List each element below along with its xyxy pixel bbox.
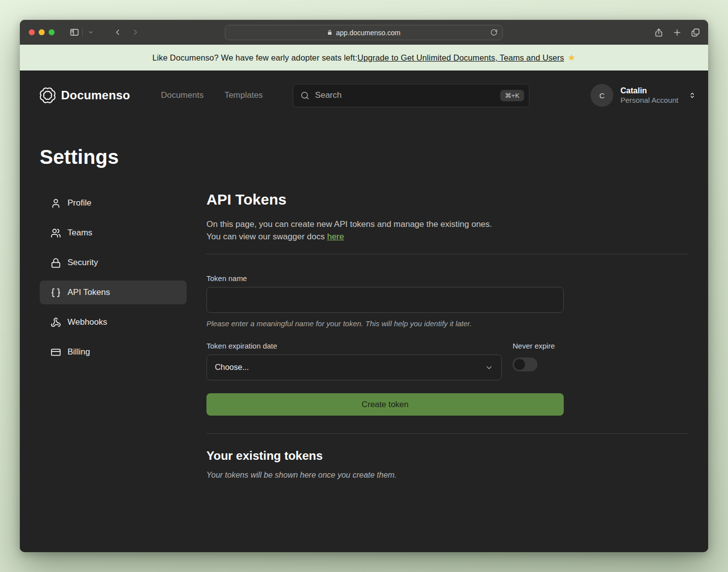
main-nav: Documents Templates <box>161 90 263 100</box>
api-tokens-panel: API Tokens On this page, you can create … <box>206 191 688 552</box>
browser-window: app.documenso.com <box>20 20 708 552</box>
sidebar-item-label: Teams <box>67 228 92 238</box>
sidebar-item-label: Billing <box>67 347 90 357</box>
page-title: Settings <box>20 146 708 168</box>
expiration-select[interactable]: Choose... <box>206 355 502 380</box>
expiration-label: Token expiration date <box>206 342 502 350</box>
sidebar-item-api-tokens[interactable]: API Tokens <box>40 281 187 304</box>
section-description-line1: On this page, you can create new API tok… <box>206 219 492 229</box>
close-window-button[interactable] <box>29 29 35 35</box>
sidebar-item-label: Profile <box>67 198 91 208</box>
app-root: Documenso Documents Templates ⌘+K C Cata… <box>20 71 708 552</box>
account-name: Catalin <box>620 86 678 96</box>
users-icon <box>51 228 61 238</box>
sidebar-item-label: API Tokens <box>67 287 110 297</box>
search-shortcut-badge: ⌘+K <box>500 90 524 101</box>
lock-icon <box>51 258 61 268</box>
sidebar-item-teams[interactable]: Teams <box>40 221 187 245</box>
address-bar[interactable]: app.documenso.com <box>225 25 503 40</box>
upgrade-link[interactable]: Upgrade to Get Unlimited Documents, Team… <box>357 53 564 63</box>
new-tab-icon[interactable] <box>672 28 682 37</box>
existing-tokens-title: Your existing tokens <box>206 449 688 463</box>
credit-card-icon <box>51 347 61 358</box>
search-box[interactable]: ⌘+K <box>293 84 529 107</box>
nav-documents[interactable]: Documents <box>161 90 203 100</box>
sidebar-item-billing[interactable]: Billing <box>40 340 187 364</box>
settings-sidebar: Profile Teams Security API Tokens Webhoo… <box>40 191 187 552</box>
url-text: app.documenso.com <box>336 29 400 37</box>
never-expire-toggle[interactable] <box>513 358 537 371</box>
sidebar-toggle-icon[interactable] <box>67 25 81 39</box>
sidebar-chevron-down-icon[interactable] <box>84 25 98 39</box>
brand-name: Documenso <box>61 88 130 102</box>
traffic-lights <box>29 29 55 35</box>
search-icon <box>300 91 310 100</box>
app-header: Documenso Documents Templates ⌘+K C Cata… <box>20 71 708 120</box>
section-title: API Tokens <box>206 191 688 208</box>
account-menu[interactable]: C Catalin Personal Account <box>591 84 696 107</box>
nav-templates[interactable]: Templates <box>224 90 263 100</box>
user-icon <box>51 198 61 209</box>
token-name-hint: Please enter a meaningful name for your … <box>206 319 688 328</box>
sidebar-item-profile[interactable]: Profile <box>40 191 187 215</box>
toolbar-divider <box>82 28 83 36</box>
banner-text: Like Documenso? We have few early adopte… <box>152 53 357 63</box>
promo-banner: Like Documenso? We have few early adopte… <box>20 45 708 71</box>
documenso-logo-icon <box>40 87 56 103</box>
webhook-icon <box>51 317 61 328</box>
back-icon[interactable] <box>111 25 125 39</box>
create-token-button[interactable]: Create token <box>206 393 564 416</box>
sidebar-item-label: Security <box>67 258 98 268</box>
avatar: C <box>591 84 613 107</box>
expiration-selected-value: Choose... <box>215 363 249 372</box>
sidebar-item-security[interactable]: Security <box>40 251 187 275</box>
token-name-label: Token name <box>206 274 688 283</box>
lock-icon <box>327 29 332 36</box>
sidebar-item-label: Webhooks <box>67 317 107 327</box>
zoom-window-button[interactable] <box>49 29 55 35</box>
chevrons-up-down-icon <box>688 91 696 100</box>
section-description-line2: You can view our swagger docs <box>206 232 327 241</box>
braces-icon <box>51 287 61 298</box>
search-input[interactable] <box>315 90 495 100</box>
divider <box>206 254 688 254</box>
never-expire-label: Never expire <box>513 342 564 350</box>
token-name-input[interactable] <box>206 287 564 313</box>
sidebar-item-webhooks[interactable]: Webhooks <box>40 310 187 334</box>
minimize-window-button[interactable] <box>39 29 45 35</box>
star-icon: ★ <box>568 52 576 63</box>
toggle-knob <box>514 359 525 370</box>
divider <box>206 433 688 434</box>
brand-logo[interactable]: Documenso <box>40 87 130 103</box>
share-icon[interactable] <box>654 28 663 37</box>
reload-icon[interactable] <box>490 29 498 36</box>
chevron-down-icon <box>485 363 493 372</box>
browser-toolbar: app.documenso.com <box>20 20 708 45</box>
forward-icon[interactable] <box>129 25 142 39</box>
tab-overview-icon[interactable] <box>691 28 700 37</box>
existing-tokens-hint: Your tokens will be shown here once you … <box>206 471 688 480</box>
account-type: Personal Account <box>620 96 678 105</box>
swagger-docs-link[interactable]: here <box>327 232 344 241</box>
